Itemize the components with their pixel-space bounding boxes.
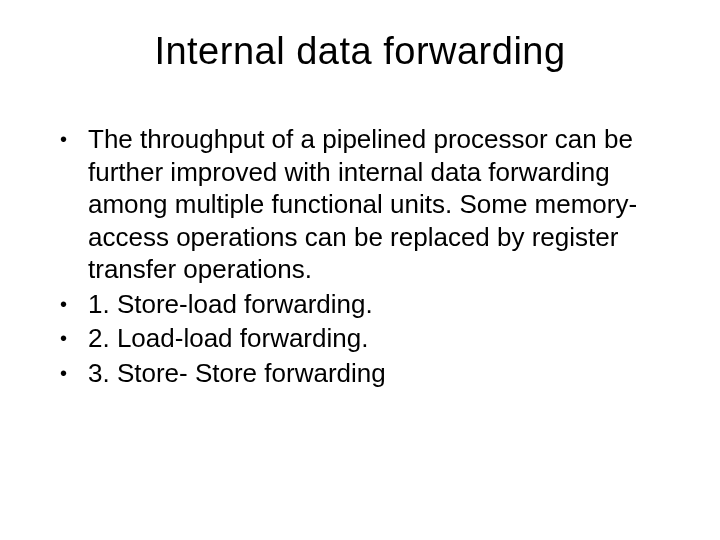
bullet-item: • 3. Store- Store forwarding	[60, 357, 670, 390]
bullet-text: The throughput of a pipelined processor …	[88, 123, 670, 286]
slide-title: Internal data forwarding	[50, 30, 670, 73]
bullet-marker-icon: •	[60, 357, 88, 386]
bullet-text: 3. Store- Store forwarding	[88, 357, 670, 390]
bullet-item: • 2. Load-load forwarding.	[60, 322, 670, 355]
slide-content: • The throughput of a pipelined processo…	[50, 123, 670, 389]
bullet-item: • 1. Store-load forwarding.	[60, 288, 670, 321]
bullet-marker-icon: •	[60, 123, 88, 152]
bullet-text: 2. Load-load forwarding.	[88, 322, 670, 355]
slide-container: Internal data forwarding • The throughpu…	[0, 0, 720, 540]
bullet-marker-icon: •	[60, 288, 88, 317]
bullet-item: • The throughput of a pipelined processo…	[60, 123, 670, 286]
bullet-marker-icon: •	[60, 322, 88, 351]
bullet-text: 1. Store-load forwarding.	[88, 288, 670, 321]
